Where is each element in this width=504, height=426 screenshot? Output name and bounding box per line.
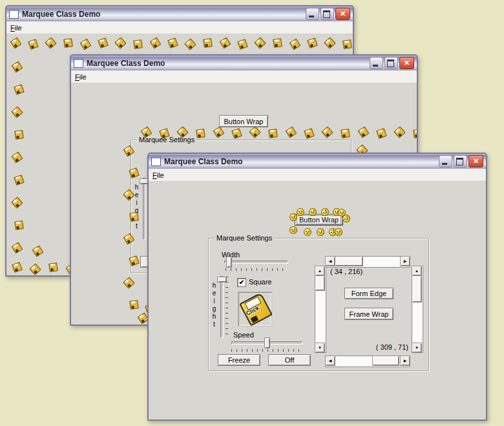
height-slider[interactable] bbox=[220, 276, 224, 338]
menu-file[interactable]: File bbox=[6, 23, 26, 33]
width-slider[interactable] bbox=[224, 261, 288, 264]
marquee-floppy-icon bbox=[358, 127, 370, 138]
menu-file[interactable]: File bbox=[149, 170, 168, 180]
floppy-disk-icon: Click bbox=[239, 292, 273, 326]
scrollbar-thumb[interactable] bbox=[335, 256, 363, 266]
square-checkbox[interactable]: ✔ bbox=[237, 278, 246, 287]
scroll-left-icon[interactable]: ◀ bbox=[325, 256, 335, 266]
marquee-floppy-icon bbox=[12, 61, 23, 73]
close-button[interactable]: ✕ bbox=[335, 8, 350, 20]
frame-wrap-button[interactable]: Frame Wrap bbox=[344, 308, 394, 320]
menu-file[interactable]: File bbox=[71, 72, 90, 82]
top-scrollbar[interactable]: ◀ ▶ bbox=[325, 256, 410, 268]
scrollbar-thumb[interactable] bbox=[315, 275, 325, 291]
scroll-right-icon[interactable]: ▶ bbox=[400, 356, 410, 366]
scroll-right-icon[interactable]: ▶ bbox=[400, 256, 410, 266]
marquee-floppy-icon bbox=[341, 129, 350, 138]
marquee-floppy-icon bbox=[32, 246, 44, 257]
marquee-settings-label: Marquee Settings bbox=[215, 234, 274, 242]
marquee-floppy-icon bbox=[307, 37, 318, 48]
height-slider[interactable] bbox=[143, 178, 146, 240]
marquee-floppy-icon bbox=[14, 220, 24, 230]
height-slider-ticks bbox=[226, 277, 228, 337]
maximize-button[interactable] bbox=[384, 57, 398, 69]
menubar: File bbox=[6, 21, 353, 34]
marquee-floppy-icon bbox=[12, 152, 23, 164]
marquee-floppy-icon bbox=[289, 39, 301, 50]
window-title: Marquee Class Demo bbox=[22, 10, 302, 19]
marquee-floppy-icon bbox=[167, 37, 178, 48]
minimize-button[interactable] bbox=[370, 57, 383, 69]
marquee-floppy-icon bbox=[184, 38, 196, 50]
marquee-smiley-icon bbox=[334, 228, 343, 237]
right-scrollbar[interactable]: ▲ ▼ bbox=[412, 266, 423, 353]
window-front: Marquee Class Demo ✕ File Button Wrap Ma… bbox=[147, 153, 487, 421]
marquee-floppy-icon bbox=[304, 128, 315, 139]
form-edge-button[interactable]: Form Edge bbox=[344, 288, 394, 299]
marquee-floppy-icon bbox=[129, 300, 139, 310]
marquee-floppy-icon bbox=[10, 37, 22, 49]
marquee-floppy-icon bbox=[203, 38, 213, 48]
click-floppy-icon[interactable]: Click bbox=[238, 292, 272, 326]
marquee-floppy-icon bbox=[150, 37, 162, 49]
window-title: Marquee Class Demo bbox=[164, 157, 436, 166]
speed-slider-ticks bbox=[231, 349, 302, 352]
scroll-up-icon[interactable]: ▲ bbox=[315, 266, 325, 276]
titlebar-front[interactable]: Marquee Class Demo ✕ bbox=[149, 154, 486, 169]
close-button[interactable]: ✕ bbox=[468, 155, 483, 167]
marquee-floppy-icon bbox=[286, 127, 297, 138]
marquee-floppy-icon bbox=[80, 39, 92, 50]
marquee-floppy-icon bbox=[213, 127, 225, 138]
scroll-down-icon[interactable]: ▼ bbox=[315, 343, 325, 353]
off-button[interactable]: Off bbox=[268, 354, 311, 366]
window-icon bbox=[74, 58, 83, 68]
scroll-down-icon[interactable]: ▼ bbox=[412, 343, 422, 353]
marquee-floppy-icon bbox=[12, 242, 23, 254]
maximize-button[interactable] bbox=[320, 8, 334, 20]
close-button[interactable]: ✕ bbox=[399, 57, 414, 69]
marquee-floppy-icon bbox=[413, 129, 418, 138]
height-slider-label: height bbox=[133, 184, 140, 235]
marquee-floppy-icon bbox=[220, 37, 231, 49]
marquee-floppy-icon bbox=[14, 130, 24, 140]
width-slider-thumb[interactable] bbox=[226, 257, 232, 268]
bottom-scrollbar[interactable]: ◀ ▶ bbox=[325, 356, 410, 367]
button-wrap-button[interactable]: Button Wrap bbox=[219, 115, 268, 127]
marquee-floppy-icon bbox=[129, 212, 139, 222]
scroll-up-icon[interactable]: ▲ bbox=[412, 266, 422, 276]
left-scrollbar[interactable]: ▲ ▼ bbox=[315, 266, 326, 353]
height-slider-label: height bbox=[211, 282, 217, 334]
scrollbar-thumb[interactable] bbox=[412, 275, 422, 303]
scrollbar-thumb[interactable] bbox=[372, 356, 399, 366]
menubar: File bbox=[71, 70, 417, 83]
marquee-floppy-icon bbox=[11, 197, 23, 208]
minimize-button[interactable] bbox=[439, 155, 452, 167]
marquee-floppy-icon bbox=[394, 126, 405, 138]
desktop: Marquee Class Demo ✕ File Marquee Class … bbox=[0, 0, 504, 426]
marquee-floppy-icon bbox=[376, 128, 387, 139]
marquee-smiley-icon bbox=[304, 228, 311, 236]
marquee-floppy-icon bbox=[12, 262, 23, 273]
marquee-floppy-icon bbox=[321, 126, 333, 138]
minimize-button[interactable] bbox=[306, 8, 319, 20]
marquee-floppy-icon bbox=[249, 126, 260, 138]
titlebar-middle[interactable]: Marquee Class Demo ✕ bbox=[71, 56, 417, 70]
marquee-floppy-icon bbox=[63, 38, 73, 48]
speed-slider-thumb[interactable] bbox=[264, 337, 270, 348]
maximize-button[interactable] bbox=[454, 155, 467, 167]
window-title: Marquee Class Demo bbox=[87, 59, 366, 68]
marquee-floppy-icon bbox=[342, 39, 352, 49]
marquee-floppy-icon bbox=[48, 262, 58, 272]
window-icon bbox=[151, 156, 161, 166]
marquee-smiley-icon bbox=[289, 226, 298, 235]
speed-label: Speed bbox=[233, 331, 254, 339]
marquee-smiley-icon bbox=[315, 227, 325, 237]
marquee-floppy-icon bbox=[254, 37, 266, 48]
scroll-left-icon[interactable]: ◀ bbox=[325, 356, 335, 366]
marquee-floppy-icon bbox=[45, 37, 56, 48]
titlebar-back[interactable]: Marquee Class Demo ✕ bbox=[6, 6, 353, 21]
marquee-floppy-icon bbox=[114, 37, 126, 48]
window-icon bbox=[9, 9, 19, 19]
marquee-smiley-icon bbox=[297, 208, 304, 216]
freeze-button[interactable]: Freeze bbox=[218, 354, 260, 366]
